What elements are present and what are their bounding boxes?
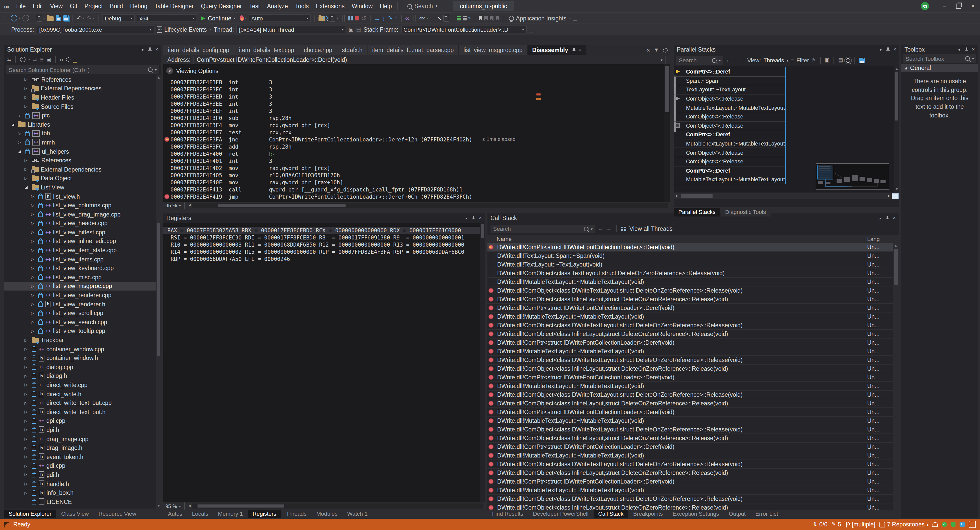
expand-arrow-icon[interactable]: [24, 95, 30, 100]
dock-tab[interactable]: Developer PowerShell: [528, 509, 593, 518]
dock-tab[interactable]: Exception Settings: [668, 509, 724, 518]
flag-icon[interactable]: [811, 58, 816, 63]
window-position-icon[interactable]: [958, 48, 960, 51]
expand-arrow-icon[interactable]: [24, 374, 30, 378]
expand-arrow-icon[interactable]: [24, 436, 30, 441]
expand-arrow-icon[interactable]: [24, 338, 30, 342]
close-icon[interactable]: [479, 215, 482, 221]
expand-arrow-icon[interactable]: [24, 86, 30, 91]
call-stack-row[interactable]: DWrite.dll!MutableTextLayout::~MutableTe…: [487, 486, 899, 495]
call-stack-row[interactable]: DWrite.dll!MutableTextLayout::~MutableTe…: [487, 417, 899, 425]
editor-tab[interactable]: stdafx.h: [337, 45, 368, 55]
collapse-icon[interactable]: ∨: [166, 67, 173, 74]
tree-item[interactable]: gdi.cpp: [4, 462, 156, 470]
call-stack-row[interactable]: DWrite.dll!ComPtr<struct IDWriteFontColl…: [487, 373, 899, 382]
scrollbar-thumb[interactable]: [665, 66, 669, 112]
dock-tab[interactable]: Error List: [751, 509, 783, 518]
registers-content[interactable]: RAX = 00007FFD83025A58 RBX = 0000017FF8F…: [163, 223, 485, 503]
call-stack-row[interactable]: DWrite.dll!ComObject<class DWriteTextLay…: [487, 460, 899, 469]
save-button[interactable]: [56, 15, 61, 21]
expand-arrow-icon[interactable]: [24, 167, 30, 172]
breakpoint-gutter[interactable]: [163, 129, 170, 136]
menu-item[interactable]: Project: [81, 0, 107, 12]
tree-item[interactable]: External Dependencies: [4, 84, 156, 93]
search-control[interactable]: Search: [404, 3, 441, 9]
dock-tab[interactable]: Modules: [312, 509, 342, 518]
pin-icon[interactable]: [147, 47, 151, 52]
dock-tab[interactable]: Breakpoints: [628, 509, 667, 518]
expand-arrow-icon[interactable]: [31, 329, 36, 333]
tree-item[interactable]: References: [4, 156, 156, 165]
parallel-stacks-search[interactable]: Search: [676, 56, 723, 65]
feedback-button[interactable]: [969, 521, 976, 528]
stack-frame-row[interactable]: ComObject<>::Release: [674, 112, 785, 121]
git-sync-status[interactable]: 0/0: [813, 521, 828, 527]
window-position-icon[interactable]: [880, 48, 881, 51]
stack-frame-row[interactable]: ComObject<>::Release: [674, 94, 785, 103]
parallel-stacks-minimap[interactable]: [816, 163, 889, 190]
breakpoint-gutter[interactable]: [163, 136, 170, 143]
scroll-tabs-icon[interactable]: [646, 47, 650, 53]
tree-item[interactable]: LICENCE: [4, 497, 156, 506]
menu-item[interactable]: Window: [348, 0, 376, 12]
menu-item[interactable]: Build: [107, 0, 127, 12]
toolbox-search[interactable]: Search Toolbox: [903, 54, 977, 63]
zoom-level[interactable]: 95 %: [165, 503, 177, 509]
viewing-options-header[interactable]: ∨ Viewing Options: [166, 67, 218, 74]
flag-threads-icon[interactable]: [356, 27, 361, 32]
scroll-left-icon[interactable]: [674, 194, 679, 198]
disassembly-view[interactable]: ∨ Viewing Options 00007FFD82E4F3EB int 3…: [163, 64, 670, 202]
show-next-statement-button[interactable]: [374, 15, 380, 21]
expand-arrow-icon[interactable]: [31, 257, 36, 261]
close-icon[interactable]: [972, 47, 975, 52]
suggestions-button[interactable]: [509, 16, 514, 21]
tree-item[interactable]: Trackbar: [4, 336, 156, 344]
call-stack-row[interactable]: DWrite.dll!ComObject<class InlineLayout,…: [487, 434, 899, 443]
close-button[interactable]: [966, 0, 980, 12]
step-over-button[interactable]: [387, 15, 393, 21]
disassembly-line[interactable]: 00007FFD82E4F400 ret: [163, 150, 670, 157]
tree-item[interactable]: mmh: [4, 138, 156, 147]
expand-arrow-icon[interactable]: [24, 446, 30, 450]
select-element-button[interactable]: [437, 16, 442, 21]
solution-explorer-scrollbar[interactable]: ▴ ▾: [156, 75, 161, 509]
tree-item[interactable]: dialog.h: [4, 371, 156, 380]
tree-item[interactable]: ui_helpers: [4, 147, 156, 156]
stack-frame-row[interactable]: ComPtr<>::Deref: [674, 130, 785, 139]
call-stack-row[interactable]: DWrite.dll!MutableTextLayout::~MutableTe…: [487, 278, 899, 286]
menu-item[interactable]: Tools: [291, 0, 312, 12]
scroll-up-icon[interactable]: ▴: [894, 66, 899, 72]
tree-item[interactable]: List View: [4, 183, 156, 192]
close-icon[interactable]: [893, 215, 896, 221]
breakpoint-gutter[interactable]: [163, 93, 170, 100]
breakpoint-gutter[interactable]: [163, 186, 170, 193]
parallel-stacks-vscrollbar[interactable]: ▴ ▾: [894, 66, 899, 192]
disassembly-line[interactable]: 00007FFD82E4F3EF int 3: [163, 107, 670, 115]
tree-item[interactable]: dpi.cpp: [4, 416, 156, 425]
menu-item[interactable]: Git: [66, 0, 81, 12]
dock-tab[interactable]: Diagnostic Tools: [721, 208, 771, 216]
breakpoint-gutter[interactable]: [163, 157, 170, 164]
tree-item[interactable]: info_box.h: [4, 489, 156, 497]
properties-icon[interactable]: [66, 57, 70, 62]
expand-arrow-icon[interactable]: [31, 320, 36, 325]
method-view-icon[interactable]: [838, 58, 843, 63]
pin-icon[interactable]: [571, 48, 576, 53]
break-all-button[interactable]: [348, 16, 353, 21]
expand-arrow-icon[interactable]: [31, 248, 36, 253]
tree-item[interactable]: list_view_search.cpp: [4, 318, 156, 326]
parallel-stacks-title-bar[interactable]: Parallel Stacks: [674, 45, 899, 54]
disassembly-line[interactable]: 00007FFD82E4F413 call qword ptr [__guard…: [163, 186, 670, 193]
view-code-icon[interactable]: [60, 57, 63, 62]
save-icon[interactable]: [859, 57, 865, 63]
expand-arrow-icon[interactable]: [24, 473, 30, 477]
call-stack-row[interactable]: DWrite.dll!ComPtr<struct IDWriteFontColl…: [487, 443, 899, 451]
tree-item[interactable]: Header Files: [4, 93, 156, 102]
call-stack-row[interactable]: DWrite.dll!ComObject<class InlineLayout,…: [487, 503, 899, 509]
toolbar-grip[interactable]: [503, 14, 505, 22]
repository-selector[interactable]: 7 Repositories: [880, 521, 928, 527]
tree-item[interactable]: list_view.h: [4, 192, 156, 201]
disassembly-line[interactable]: 00007FFD82E4F3ED int 3: [163, 93, 670, 100]
view-dropdown[interactable]: Threads: [763, 57, 784, 63]
disassembly-line[interactable]: 00007FFD82E4F3FC add rsp,28h: [163, 143, 670, 150]
